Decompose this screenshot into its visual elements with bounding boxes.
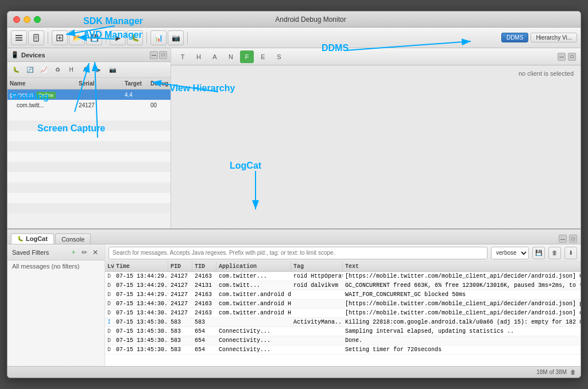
hprof-btn[interactable]: H [65, 64, 78, 76]
sdk-manager-button[interactable] [11, 30, 27, 45]
log-cell-tid: 24163 [192, 290, 216, 299]
avd-manager-button[interactable] [28, 30, 44, 45]
log-row[interactable]: I 07-15 13:45:30.142 583 583 ActivityMan… [105, 318, 581, 327]
new-button[interactable] [52, 30, 68, 45]
log-cell-tag [291, 299, 343, 308]
log-row[interactable]: D 07-15 13:44:30.709 24127 24163 com.twi… [105, 299, 581, 309]
right-panel-min[interactable]: — [558, 53, 566, 61]
log-cell-tid: 24163 [192, 309, 216, 317]
log-cell-time: 07-15 13:45:30.192 [114, 345, 168, 354]
minimize-button[interactable] [24, 16, 30, 23]
logcat-clear-btn[interactable]: 🗑 [548, 247, 561, 259]
profiling-button[interactable]: 📊 [150, 30, 167, 45]
app-row[interactable]: com.twitt... 24127 00 [7, 100, 171, 110]
content-area: 📱 Devices — □ 🐛 🔄 📈 ♻ H A ▶ 📷 [7, 48, 581, 228]
edit-filter-btn[interactable]: ✏ [80, 248, 89, 257]
log-row[interactable]: D 07-15 13:45:30.192 583 654 Connectivit… [105, 336, 581, 345]
col-tag: Tag [291, 262, 343, 271]
trash-icon: 🗑 [570, 369, 576, 375]
screen-capture-button[interactable]: 📷 [168, 30, 184, 45]
app-debug: 00 [148, 102, 168, 108]
screen-capture-small-btn[interactable]: 📷 [106, 64, 119, 76]
maximize-button[interactable] [34, 16, 41, 23]
log-cell-tid: 654 [192, 345, 216, 354]
bottom-min[interactable]: — [559, 235, 567, 243]
log-row[interactable]: D 07-15 13:45:30.142 583 654 Connectivit… [105, 327, 581, 336]
log-cell-text: [https://mobile.twitter.com/mobile_clien… [343, 272, 581, 281]
new-icon [56, 34, 64, 42]
log-cell-time: 07-15 13:44:30.709 [114, 309, 168, 317]
panel-maximize-btn[interactable]: □ [159, 51, 167, 59]
bottom-tabs: 🐛 LogCat Console — □ [7, 229, 581, 244]
log-row[interactable]: D 07-15 13:45:30.192 583 654 Connectivit… [105, 345, 581, 355]
logcat-main: verbose debug info warn error 💾 🗑 ⬇ Lv T… [105, 244, 581, 366]
gc-btn[interactable]: ♻ [51, 64, 64, 76]
log-cell-tag [291, 345, 343, 354]
devices-icon: 📱 [11, 51, 19, 59]
rt-btn-S[interactable]: S [272, 50, 286, 63]
left-panel: 📱 Devices — □ 🐛 🔄 📈 ♻ H A ▶ 📷 [7, 48, 171, 228]
debug-proc-btn[interactable]: 🐛 [10, 64, 22, 76]
logcat-sidebar-header: Saved Filters + ✏ ✕ [7, 244, 105, 260]
rt-btn-E[interactable]: E [256, 50, 270, 63]
logcat-sidebar-controls: + ✏ ✕ [69, 248, 100, 257]
delete-filter-btn[interactable]: ✕ [91, 248, 100, 257]
toolbar-separator-3 [146, 32, 147, 44]
log-cell-level: D [105, 281, 114, 290]
title-bar: Android Debug Monitor [7, 11, 581, 28]
logcat-search-input[interactable] [109, 247, 488, 259]
update-heap-btn[interactable]: 📈 [37, 64, 50, 76]
device-target: 4.4 [122, 92, 148, 98]
log-row[interactable]: D 07-15 13:44:29.948 24127 24131 com.twi… [105, 281, 581, 290]
devices-table: Name Serial Target Debug ge-nexus Online… [7, 78, 171, 228]
right-panel-max[interactable]: □ [568, 53, 576, 61]
alloc-tracker-btn[interactable]: A [79, 64, 91, 76]
log-table: Lv Time PID TID Application Tag Text D 0… [105, 262, 581, 366]
svg-rect-1 [16, 37, 22, 38]
log-cell-app: Connectivity... [216, 336, 291, 345]
log-row[interactable]: D 07-15 13:44:30.709 24127 24163 com.twi… [105, 309, 581, 318]
panel-minimize-btn[interactable]: — [150, 51, 158, 59]
log-cell-pid: 24127 [168, 309, 192, 317]
device-row[interactable]: ge-nexus Online 4.4 [7, 90, 171, 100]
tab-console[interactable]: Console [55, 234, 91, 244]
col-text: Text [343, 262, 581, 271]
rt-btn-A[interactable]: A [208, 50, 222, 63]
close-button[interactable] [13, 16, 20, 23]
right-toolbar-right: — □ [558, 53, 576, 61]
log-cell-pid: 24127 [168, 290, 192, 299]
run-button[interactable]: ▶ [110, 30, 126, 45]
tab-logcat[interactable]: 🐛 LogCat [11, 234, 54, 244]
save-button[interactable]: 💾 [86, 30, 102, 45]
tab-hierarchy[interactable]: Hierarchy Vi... [531, 33, 577, 42]
debug-button[interactable]: 🐛 [127, 30, 143, 45]
log-rows-container: D 07-15 13:44:29.898 24127 24163 com.twi… [105, 272, 581, 355]
toolbar-separator-4 [187, 32, 188, 44]
log-cell-level: D [105, 327, 114, 336]
all-messages-filter[interactable]: All messages (no filters) [7, 260, 105, 272]
device-name: ge-nexus Online [7, 92, 76, 98]
open-button[interactable]: 📂 [69, 30, 85, 45]
log-row[interactable]: D 07-15 13:44:29.948 24127 24163 com.twi… [105, 290, 581, 299]
log-row[interactable]: D 07-15 13:44:29.898 24127 24163 com.twi… [105, 272, 581, 281]
log-cell-app: com.twitter.android dalvikvm [216, 290, 291, 299]
app-name: com.twitt... [7, 102, 76, 108]
empty-row-10 [7, 203, 171, 213]
logcat-level-select[interactable]: verbose debug info warn error [491, 247, 529, 259]
bottom-max[interactable]: □ [569, 235, 577, 243]
logcat-save-btn[interactable]: 💾 [532, 247, 545, 259]
rt-btn-H[interactable]: H [192, 50, 206, 63]
log-cell-text: WAIT_FOR_CONCURRENT_GC blocked 50ms [343, 290, 581, 299]
col-header-debug: Debug [148, 80, 168, 87]
log-cell-text: [https://mobile.twitter.com/mobile_clien… [343, 299, 581, 308]
right-toolbar: T H A N F E S — □ [171, 48, 581, 65]
rt-btn-F[interactable]: F [240, 50, 254, 63]
rt-btn-N[interactable]: N [224, 50, 238, 63]
log-cell-time: 07-15 13:45:30.142 [114, 327, 168, 336]
logcat-scroll-btn[interactable]: ⬇ [564, 247, 577, 259]
rt-btn-T[interactable]: T [176, 50, 189, 63]
add-filter-btn[interactable]: + [69, 248, 78, 257]
method-profiling-btn[interactable]: ▶ [92, 64, 105, 76]
tab-ddms[interactable]: DDMS [501, 33, 528, 42]
update-threads-btn[interactable]: 🔄 [24, 64, 36, 76]
